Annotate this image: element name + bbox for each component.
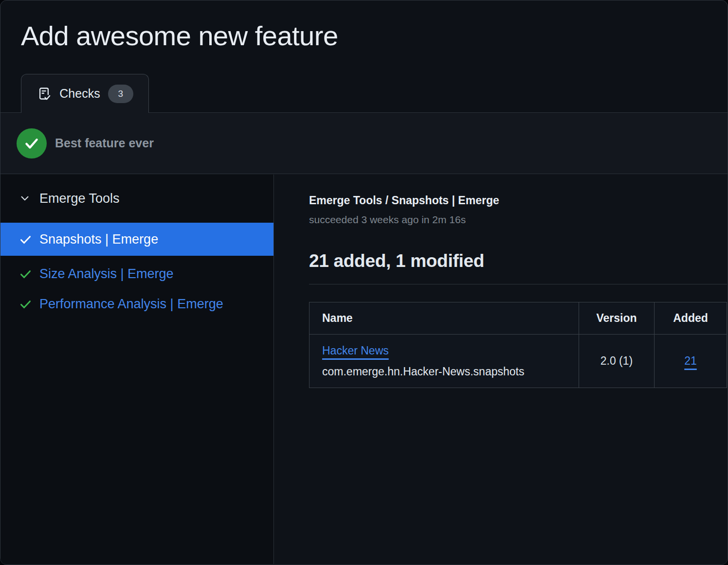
cell-version: 2.0 (1) (579, 335, 655, 388)
sidebar-item-size-analysis[interactable]: Size Analysis | Emerge (0, 259, 273, 289)
sidebar-item-label: Snapshots | Emerge (39, 232, 158, 247)
summary-heading: 21 added, 1 modified (309, 251, 727, 271)
column-header-name: Name (309, 302, 579, 335)
sidebar-item-snapshots[interactable]: Snapshots | Emerge (0, 223, 273, 256)
success-status-icon (17, 128, 47, 159)
tab-checks[interactable]: Checks 3 (21, 74, 149, 113)
checks-count-badge: 3 (108, 85, 133, 103)
chevron-down-icon (19, 193, 30, 204)
table-row: Hacker News com.emerge.hn.Hacker-News.sn… (309, 335, 727, 388)
check-icon (19, 233, 32, 246)
results-table: Name Version Added Hacker News com.emerg… (309, 302, 727, 388)
app-name-link[interactable]: Hacker News (322, 344, 389, 357)
table-header-row: Name Version Added (309, 302, 727, 335)
sidebar-item-performance-analysis[interactable]: Performance Analysis | Emerge (0, 289, 273, 319)
sidebar-group-label: Emerge Tools (39, 191, 120, 206)
check-icon (19, 267, 32, 281)
check-run-breadcrumb: Emerge Tools / Snapshots | Emerge (309, 194, 727, 207)
checks-sidebar: Emerge Tools Snapshots | Emerge Size Ana… (0, 175, 274, 564)
sidebar-group-emerge-tools[interactable]: Emerge Tools (0, 186, 273, 211)
column-header-version: Version (579, 302, 655, 335)
cell-name: Hacker News com.emerge.hn.Hacker-News.sn… (309, 335, 579, 388)
check-banner-title: Best feature ever (55, 113, 154, 174)
check-run-status-line: succeeded 3 weeks ago in 2m 16s (309, 214, 727, 226)
page-title: Add awesome new feature (21, 20, 338, 52)
check-icon (19, 298, 32, 311)
checklist-icon (36, 86, 52, 101)
bundle-id: com.emerge.hn.Hacker-News.snapshots (322, 365, 574, 378)
summary-divider (309, 284, 727, 284)
sidebar-item-label: Size Analysis | Emerge (39, 266, 174, 282)
sidebar-item-label: Performance Analysis | Emerge (39, 297, 223, 312)
check-banner: Best feature ever (0, 113, 728, 174)
cell-added: 21 (655, 335, 727, 388)
checks-page: Add awesome new feature Checks 3 Best fe… (0, 0, 728, 565)
column-header-added: Added (655, 302, 727, 335)
added-count-link[interactable]: 21 (684, 354, 697, 367)
tab-checks-label: Checks (59, 87, 100, 101)
check-run-panel: Emerge Tools / Snapshots | Emerge succee… (274, 175, 727, 564)
